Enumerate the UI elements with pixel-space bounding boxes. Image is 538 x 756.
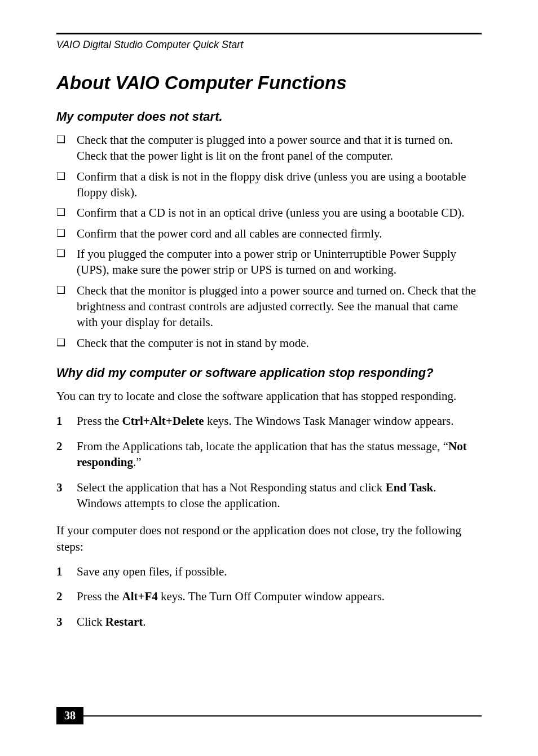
list-item: ❑ Confirm that a CD is not in an optical… bbox=[56, 205, 482, 221]
list-item: 3 Select the application that has a Not … bbox=[56, 480, 482, 512]
step-number: 1 bbox=[56, 564, 77, 579]
page-number: 38 bbox=[56, 707, 83, 724]
list-item: 2 From the Applications tab, locate the … bbox=[56, 438, 482, 471]
section2-bridge: If your computer does not respond or the… bbox=[56, 522, 482, 555]
step-text: From the Applications tab, locate the ap… bbox=[77, 438, 482, 471]
bullet-text: If you plugged the computer into a power… bbox=[77, 246, 482, 278]
list-item: 1 Press the Ctrl+Alt+Delete keys. The Wi… bbox=[56, 413, 482, 429]
section2-heading: Why did my computer or software applicat… bbox=[56, 366, 482, 380]
footer-rule bbox=[83, 707, 482, 724]
bullet-icon: ❑ bbox=[56, 335, 77, 351]
bullet-text: Check that the computer is not in stand … bbox=[77, 335, 482, 351]
step-text: Click Restart. bbox=[77, 614, 482, 630]
step-text: Select the application that has a Not Re… bbox=[77, 480, 482, 512]
step-text: Save any open files, if possible. bbox=[77, 564, 482, 579]
list-item: 3 Click Restart. bbox=[56, 614, 482, 630]
bullet-text: Confirm that a disk is not in the floppy… bbox=[77, 169, 482, 201]
step-text: Press the Alt+F4 keys. The Turn Off Comp… bbox=[77, 588, 482, 604]
running-header: VAIO Digital Studio Computer Quick Start bbox=[56, 39, 482, 51]
bullet-icon: ❑ bbox=[56, 246, 77, 262]
list-item: 1 Save any open files, if possible. bbox=[56, 564, 482, 579]
page-content: VAIO Digital Studio Computer Quick Start… bbox=[0, 0, 538, 630]
step-number: 3 bbox=[56, 614, 77, 630]
bullet-text: Confirm that the power cord and all cabl… bbox=[77, 226, 482, 241]
bullet-icon: ❑ bbox=[56, 283, 77, 298]
list-item: ❑ Check that the monitor is plugged into… bbox=[56, 283, 482, 331]
section2-steps-b: 1 Save any open files, if possible. 2 Pr… bbox=[56, 564, 482, 630]
top-rule bbox=[56, 33, 482, 34]
list-item: ❑ Check that the computer is plugged int… bbox=[56, 132, 482, 164]
bullet-icon: ❑ bbox=[56, 226, 77, 241]
section1-heading: My computer does not start. bbox=[56, 109, 482, 124]
bullet-text: Confirm that a CD is not in an optical d… bbox=[77, 205, 482, 221]
bullet-text: Check that the computer is plugged into … bbox=[77, 132, 482, 164]
step-text: Press the Ctrl+Alt+Delete keys. The Wind… bbox=[77, 413, 482, 429]
section2-steps-a: 1 Press the Ctrl+Alt+Delete keys. The Wi… bbox=[56, 413, 482, 511]
list-item: ❑ Confirm that a disk is not in the flop… bbox=[56, 169, 482, 201]
bullet-icon: ❑ bbox=[56, 169, 77, 184]
section2-intro: You can try to locate and close the soft… bbox=[56, 388, 482, 404]
step-number: 2 bbox=[56, 588, 77, 604]
list-item: ❑ If you plugged the computer into a pow… bbox=[56, 246, 482, 278]
page-footer: 38 bbox=[56, 707, 482, 724]
bullet-text: Check that the monitor is plugged into a… bbox=[77, 283, 482, 331]
list-item: 2 Press the Alt+F4 keys. The Turn Off Co… bbox=[56, 588, 482, 604]
section1-bullet-list: ❑ Check that the computer is plugged int… bbox=[56, 132, 482, 351]
page-title: About VAIO Computer Functions bbox=[56, 72, 482, 94]
list-item: ❑ Confirm that the power cord and all ca… bbox=[56, 226, 482, 241]
step-number: 3 bbox=[56, 480, 77, 495]
bullet-icon: ❑ bbox=[56, 205, 77, 221]
step-number: 2 bbox=[56, 438, 77, 454]
step-number: 1 bbox=[56, 413, 77, 429]
list-item: ❑ Check that the computer is not in stan… bbox=[56, 335, 482, 351]
footer-row: 38 bbox=[56, 707, 482, 724]
bullet-icon: ❑ bbox=[56, 132, 77, 148]
